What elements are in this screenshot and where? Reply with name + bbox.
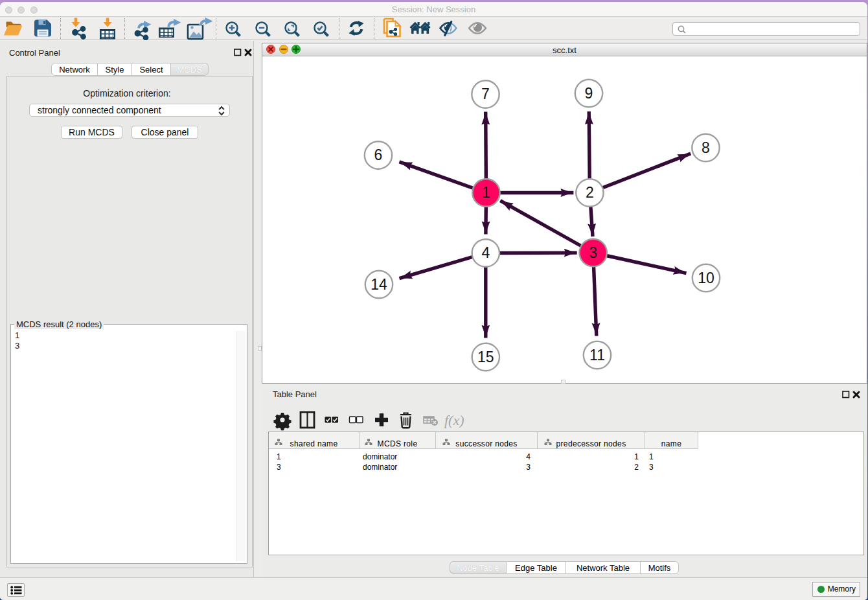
svg-text:9: 9 [585,85,593,102]
svg-text:1: 1 [482,184,490,201]
svg-text:8: 8 [702,139,710,156]
svg-text:4: 4 [481,244,490,261]
svg-text:11: 11 [589,347,605,363]
svg-text:15: 15 [477,349,494,365]
svg-text:6: 6 [374,146,383,163]
svg-text:10: 10 [698,270,714,286]
svg-text:3: 3 [589,244,597,261]
svg-text:14: 14 [371,276,387,293]
svg-text:f(x): f(x) [444,412,464,428]
svg-text:2: 2 [586,184,594,201]
svg-text:7: 7 [481,86,490,102]
